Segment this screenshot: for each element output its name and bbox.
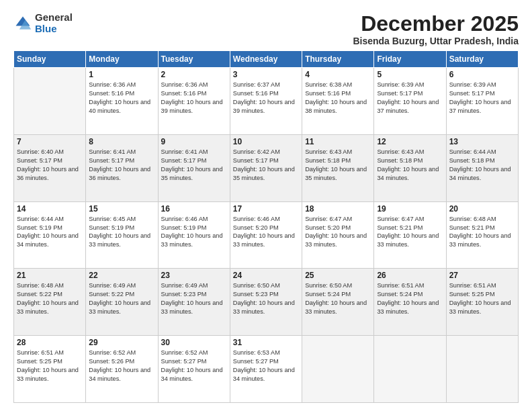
day-number: 18 — [305, 204, 371, 214]
day-number: 31 — [233, 338, 299, 347]
day-info: Sunrise: 6:49 AMSunset: 5:23 PMDaylight:… — [161, 281, 227, 316]
calendar-day-cell: 16 Sunrise: 6:46 AMSunset: 5:19 PMDaylig… — [158, 201, 230, 269]
day-number: 30 — [161, 338, 227, 347]
calendar-day-cell: 14 Sunrise: 6:44 AMSunset: 5:19 PMDaylig… — [14, 201, 86, 269]
header-monday: Monday — [86, 51, 158, 68]
day-number: 28 — [17, 338, 83, 347]
calendar-day-cell: 17 Sunrise: 6:46 AMSunset: 5:20 PMDaylig… — [230, 201, 302, 269]
calendar-day-cell — [446, 336, 518, 403]
day-number: 1 — [89, 70, 154, 79]
calendar-day-cell: 22 Sunrise: 6:49 AMSunset: 5:22 PMDaylig… — [86, 269, 158, 336]
day-info: Sunrise: 6:47 AMSunset: 5:20 PMDaylight:… — [305, 215, 371, 250]
day-number: 22 — [89, 271, 154, 280]
calendar-page: General Blue December 2025 Bisenda Buzur… — [0, 0, 532, 411]
header-friday: Friday — [374, 51, 446, 68]
calendar-day-cell: 21 Sunrise: 6:48 AMSunset: 5:22 PMDaylig… — [14, 269, 86, 336]
header: General Blue December 2025 Bisenda Buzur… — [13, 12, 519, 46]
day-number: 23 — [161, 271, 227, 280]
calendar-week-row: 1 Sunrise: 6:36 AMSunset: 5:16 PMDayligh… — [14, 68, 519, 135]
calendar-day-cell — [302, 336, 374, 403]
calendar-day-cell: 26 Sunrise: 6:51 AMSunset: 5:24 PMDaylig… — [374, 269, 446, 336]
day-number: 14 — [17, 204, 83, 214]
day-info: Sunrise: 6:52 AMSunset: 5:26 PMDaylight:… — [89, 349, 154, 383]
day-number: 6 — [449, 70, 515, 79]
calendar-week-row: 28 Sunrise: 6:51 AMSunset: 5:25 PMDaylig… — [14, 336, 519, 403]
day-info: Sunrise: 6:50 AMSunset: 5:24 PMDaylight:… — [305, 281, 371, 316]
calendar-day-cell: 10 Sunrise: 6:42 AMSunset: 5:17 PMDaylig… — [230, 134, 302, 201]
day-number: 17 — [233, 204, 299, 214]
day-info: Sunrise: 6:42 AMSunset: 5:17 PMDaylight:… — [233, 148, 299, 183]
day-info: Sunrise: 6:51 AMSunset: 5:24 PMDaylight:… — [377, 281, 443, 316]
calendar-day-cell: 2 Sunrise: 6:36 AMSunset: 5:16 PMDayligh… — [158, 68, 230, 135]
header-sunday: Sunday — [14, 51, 86, 68]
day-info: Sunrise: 6:45 AMSunset: 5:19 PMDaylight:… — [89, 215, 154, 250]
calendar-day-cell: 6 Sunrise: 6:39 AMSunset: 5:17 PMDayligh… — [446, 68, 518, 135]
calendar-day-cell: 23 Sunrise: 6:49 AMSunset: 5:23 PMDaylig… — [158, 269, 230, 336]
calendar-day-cell — [14, 68, 86, 135]
calendar-day-cell: 29 Sunrise: 6:52 AMSunset: 5:26 PMDaylig… — [86, 336, 158, 403]
day-info: Sunrise: 6:39 AMSunset: 5:17 PMDaylight:… — [449, 81, 515, 116]
calendar-day-cell: 19 Sunrise: 6:47 AMSunset: 5:21 PMDaylig… — [374, 201, 446, 269]
logo-text: General Blue — [35, 12, 73, 34]
calendar-day-cell: 20 Sunrise: 6:48 AMSunset: 5:21 PMDaylig… — [446, 201, 518, 269]
day-number: 29 — [89, 338, 154, 347]
calendar-day-cell: 5 Sunrise: 6:39 AMSunset: 5:17 PMDayligh… — [374, 68, 446, 135]
day-number: 21 — [17, 271, 83, 280]
logo-general-label: General — [35, 12, 73, 24]
day-number: 3 — [233, 70, 299, 79]
day-info: Sunrise: 6:40 AMSunset: 5:17 PMDaylight:… — [17, 148, 83, 183]
day-number: 8 — [89, 137, 154, 146]
month-title: December 2025 — [353, 12, 519, 36]
day-info: Sunrise: 6:49 AMSunset: 5:22 PMDaylight:… — [89, 281, 154, 316]
day-number: 26 — [377, 271, 443, 280]
day-info: Sunrise: 6:47 AMSunset: 5:21 PMDaylight:… — [377, 215, 443, 250]
day-info: Sunrise: 6:48 AMSunset: 5:22 PMDaylight:… — [17, 281, 83, 316]
day-info: Sunrise: 6:52 AMSunset: 5:27 PMDaylight:… — [161, 349, 227, 383]
day-number: 15 — [89, 204, 154, 214]
day-number: 16 — [161, 204, 227, 214]
day-info: Sunrise: 6:46 AMSunset: 5:20 PMDaylight:… — [233, 215, 299, 250]
title-block: December 2025 Bisenda Buzurg, Uttar Prad… — [353, 12, 519, 46]
header-thursday: Thursday — [302, 51, 374, 68]
calendar-day-cell: 15 Sunrise: 6:45 AMSunset: 5:19 PMDaylig… — [86, 201, 158, 269]
calendar-table: Sunday Monday Tuesday Wednesday Thursday… — [13, 50, 519, 403]
day-number: 7 — [17, 137, 83, 146]
logo-blue-label: Blue — [35, 24, 73, 35]
day-info: Sunrise: 6:51 AMSunset: 5:25 PMDaylight:… — [449, 281, 515, 316]
calendar-week-row: 14 Sunrise: 6:44 AMSunset: 5:19 PMDaylig… — [14, 201, 519, 269]
calendar-day-cell: 9 Sunrise: 6:41 AMSunset: 5:17 PMDayligh… — [158, 134, 230, 201]
day-info: Sunrise: 6:43 AMSunset: 5:18 PMDaylight:… — [377, 148, 443, 183]
day-number: 24 — [233, 271, 299, 280]
calendar-day-cell: 31 Sunrise: 6:53 AMSunset: 5:27 PMDaylig… — [230, 336, 302, 403]
calendar-day-cell: 11 Sunrise: 6:43 AMSunset: 5:18 PMDaylig… — [302, 134, 374, 201]
calendar-day-cell: 8 Sunrise: 6:41 AMSunset: 5:17 PMDayligh… — [86, 134, 158, 201]
day-info: Sunrise: 6:37 AMSunset: 5:16 PMDaylight:… — [233, 81, 299, 116]
day-number: 5 — [377, 70, 443, 79]
calendar-day-cell: 28 Sunrise: 6:51 AMSunset: 5:25 PMDaylig… — [14, 336, 86, 403]
calendar-day-cell: 4 Sunrise: 6:38 AMSunset: 5:16 PMDayligh… — [302, 68, 374, 135]
day-number: 12 — [377, 137, 443, 146]
weekday-header-row: Sunday Monday Tuesday Wednesday Thursday… — [14, 51, 519, 68]
day-number: 13 — [449, 137, 515, 146]
day-info: Sunrise: 6:36 AMSunset: 5:16 PMDaylight:… — [161, 81, 227, 116]
day-number: 11 — [305, 137, 371, 146]
header-tuesday: Tuesday — [158, 51, 230, 68]
logo: General Blue — [13, 12, 73, 34]
day-info: Sunrise: 6:39 AMSunset: 5:17 PMDaylight:… — [377, 81, 443, 116]
calendar-day-cell: 18 Sunrise: 6:47 AMSunset: 5:20 PMDaylig… — [302, 201, 374, 269]
calendar-week-row: 7 Sunrise: 6:40 AMSunset: 5:17 PMDayligh… — [14, 134, 519, 201]
calendar-day-cell: 24 Sunrise: 6:50 AMSunset: 5:23 PMDaylig… — [230, 269, 302, 336]
day-number: 25 — [305, 271, 371, 280]
day-info: Sunrise: 6:41 AMSunset: 5:17 PMDaylight:… — [89, 148, 154, 183]
day-info: Sunrise: 6:44 AMSunset: 5:19 PMDaylight:… — [17, 215, 83, 250]
calendar-day-cell: 3 Sunrise: 6:37 AMSunset: 5:16 PMDayligh… — [230, 68, 302, 135]
day-info: Sunrise: 6:41 AMSunset: 5:17 PMDaylight:… — [161, 148, 227, 183]
calendar-week-row: 21 Sunrise: 6:48 AMSunset: 5:22 PMDaylig… — [14, 269, 519, 336]
calendar-day-cell: 7 Sunrise: 6:40 AMSunset: 5:17 PMDayligh… — [14, 134, 86, 201]
day-number: 4 — [305, 70, 371, 79]
header-saturday: Saturday — [446, 51, 518, 68]
day-number: 27 — [449, 271, 515, 280]
logo-icon — [13, 14, 32, 33]
day-info: Sunrise: 6:38 AMSunset: 5:16 PMDaylight:… — [305, 81, 371, 116]
day-info: Sunrise: 6:51 AMSunset: 5:25 PMDaylight:… — [17, 349, 83, 383]
